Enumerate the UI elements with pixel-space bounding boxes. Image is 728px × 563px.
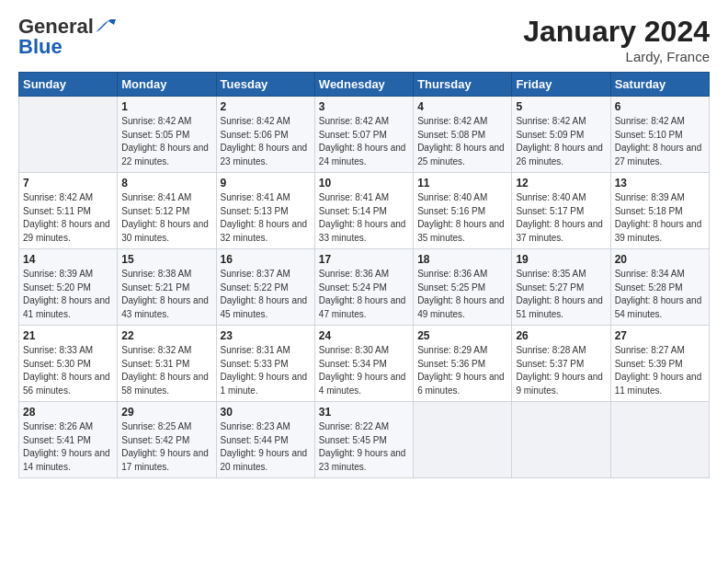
daylight-text: Daylight: 8 hours and 24 minutes. (319, 143, 406, 167)
table-row: 4Sunrise: 8:42 AMSunset: 5:08 PMDaylight… (414, 97, 512, 173)
sunrise-text: Sunrise: 8:39 AM (23, 269, 93, 279)
title-block: January 2024 Lardy, France (523, 15, 710, 64)
day-info: Sunrise: 8:41 AMSunset: 5:12 PMDaylight:… (121, 191, 211, 245)
day-number: 27 (615, 329, 705, 342)
day-number: 9 (221, 177, 311, 190)
table-row: 29Sunrise: 8:25 AMSunset: 5:42 PMDayligh… (118, 402, 216, 478)
sunset-text: Sunset: 5:08 PM (417, 130, 485, 140)
day-info: Sunrise: 8:30 AMSunset: 5:34 PMDaylight:… (319, 344, 409, 397)
day-info: Sunrise: 8:26 AMSunset: 5:41 PMDaylight:… (23, 420, 113, 474)
calendar-page: General Blue January 2024 Lardy, France … (0, 0, 728, 563)
day-number: 23 (221, 329, 311, 342)
sunrise-text: Sunrise: 8:42 AM (615, 116, 685, 126)
sunrise-text: Sunrise: 8:33 AM (23, 345, 93, 355)
day-number: 12 (516, 177, 606, 190)
table-row: 28Sunrise: 8:26 AMSunset: 5:41 PMDayligh… (19, 402, 118, 478)
header: General Blue January 2024 Lardy, France (18, 15, 710, 64)
sunset-text: Sunset: 5:06 PM (221, 130, 289, 140)
svg-marker-0 (96, 19, 116, 32)
sunset-text: Sunset: 5:36 PM (417, 359, 485, 369)
day-number: 31 (319, 406, 409, 419)
sunrise-text: Sunrise: 8:29 AM (417, 345, 487, 355)
sunrise-text: Sunrise: 8:28 AM (516, 345, 586, 355)
table-row: 31Sunrise: 8:22 AMSunset: 5:45 PMDayligh… (314, 402, 413, 478)
table-row: 22Sunrise: 8:32 AMSunset: 5:31 PMDayligh… (118, 326, 216, 402)
day-info: Sunrise: 8:40 AMSunset: 5:17 PMDaylight:… (516, 191, 606, 245)
table-row: 10Sunrise: 8:41 AMSunset: 5:14 PMDayligh… (314, 173, 413, 249)
daylight-text: Daylight: 9 hours and 6 minutes. (417, 372, 505, 396)
sunrise-text: Sunrise: 8:22 AM (319, 421, 389, 431)
sunset-text: Sunset: 5:42 PM (121, 435, 189, 445)
sunset-text: Sunset: 5:41 PM (23, 435, 91, 445)
location-label: Lardy, France (523, 49, 710, 64)
table-row: 6Sunrise: 8:42 AMSunset: 5:10 PMDaylight… (610, 97, 709, 173)
day-number: 3 (319, 100, 409, 113)
day-info: Sunrise: 8:25 AMSunset: 5:42 PMDaylight:… (121, 420, 211, 474)
daylight-text: Daylight: 9 hours and 23 minutes. (319, 448, 406, 472)
col-monday: Monday (118, 73, 216, 97)
daylight-text: Daylight: 8 hours and 25 minutes. (417, 143, 505, 167)
sunset-text: Sunset: 5:14 PM (319, 206, 387, 216)
sunset-text: Sunset: 5:34 PM (319, 359, 387, 369)
sunrise-text: Sunrise: 8:25 AM (121, 421, 191, 431)
day-info: Sunrise: 8:31 AMSunset: 5:33 PMDaylight:… (221, 344, 311, 397)
table-row: 12Sunrise: 8:40 AMSunset: 5:17 PMDayligh… (512, 173, 610, 249)
daylight-text: Daylight: 9 hours and 20 minutes. (221, 448, 308, 472)
daylight-text: Daylight: 8 hours and 33 minutes. (319, 219, 406, 243)
day-number: 26 (516, 329, 606, 342)
day-info: Sunrise: 8:32 AMSunset: 5:31 PMDaylight:… (121, 344, 211, 397)
table-row: 11Sunrise: 8:40 AMSunset: 5:16 PMDayligh… (414, 173, 512, 249)
calendar-table: Sunday Monday Tuesday Wednesday Thursday… (18, 72, 710, 478)
table-row: 20Sunrise: 8:34 AMSunset: 5:28 PMDayligh… (610, 249, 709, 326)
table-row (610, 402, 709, 478)
sunset-text: Sunset: 5:21 PM (121, 282, 189, 293)
daylight-text: Daylight: 8 hours and 22 minutes. (121, 143, 209, 167)
table-row: 5Sunrise: 8:42 AMSunset: 5:09 PMDaylight… (512, 97, 610, 173)
daylight-text: Daylight: 8 hours and 23 minutes. (221, 143, 308, 167)
col-tuesday: Tuesday (216, 73, 314, 97)
day-number: 5 (516, 100, 606, 113)
day-info: Sunrise: 8:42 AMSunset: 5:09 PMDaylight:… (516, 115, 606, 168)
day-info: Sunrise: 8:42 AMSunset: 5:06 PMDaylight:… (221, 115, 311, 168)
day-number: 10 (319, 177, 409, 190)
day-number: 28 (23, 406, 113, 419)
sunset-text: Sunset: 5:09 PM (516, 130, 584, 140)
col-sunday: Sunday (19, 73, 118, 97)
day-info: Sunrise: 8:42 AMSunset: 5:07 PMDaylight:… (319, 115, 409, 168)
sunrise-text: Sunrise: 8:27 AM (615, 345, 685, 355)
sunrise-text: Sunrise: 8:23 AM (221, 421, 290, 431)
day-info: Sunrise: 8:41 AMSunset: 5:13 PMDaylight:… (221, 191, 311, 245)
daylight-text: Daylight: 9 hours and 4 minutes. (319, 372, 406, 396)
day-info: Sunrise: 8:37 AMSunset: 5:22 PMDaylight:… (221, 268, 311, 321)
sunset-text: Sunset: 5:07 PM (319, 130, 387, 140)
sunset-text: Sunset: 5:45 PM (319, 435, 387, 445)
day-number: 29 (121, 406, 211, 419)
sunrise-text: Sunrise: 8:32 AM (121, 345, 191, 355)
table-row (414, 402, 512, 478)
table-row: 14Sunrise: 8:39 AMSunset: 5:20 PMDayligh… (19, 249, 118, 326)
daylight-text: Daylight: 8 hours and 30 minutes. (121, 219, 209, 243)
sunset-text: Sunset: 5:39 PM (615, 359, 683, 369)
col-wednesday: Wednesday (314, 73, 413, 97)
day-info: Sunrise: 8:27 AMSunset: 5:39 PMDaylight:… (615, 344, 705, 397)
daylight-text: Daylight: 8 hours and 49 minutes. (417, 295, 505, 319)
day-info: Sunrise: 8:33 AMSunset: 5:30 PMDaylight:… (23, 344, 113, 397)
logo: General Blue (18, 15, 116, 59)
day-info: Sunrise: 8:22 AMSunset: 5:45 PMDaylight:… (319, 420, 409, 474)
day-number: 20 (615, 253, 705, 266)
sunrise-text: Sunrise: 8:42 AM (516, 116, 586, 126)
day-number: 17 (319, 253, 409, 266)
day-number: 7 (23, 177, 113, 190)
table-row: 3Sunrise: 8:42 AMSunset: 5:07 PMDaylight… (314, 97, 413, 173)
sunrise-text: Sunrise: 8:40 AM (417, 192, 487, 202)
sunset-text: Sunset: 5:16 PM (417, 206, 485, 216)
page-title: January 2024 (523, 15, 710, 49)
day-info: Sunrise: 8:38 AMSunset: 5:21 PMDaylight:… (121, 268, 211, 321)
sunset-text: Sunset: 5:17 PM (516, 206, 584, 216)
day-number: 25 (417, 329, 507, 342)
table-row: 21Sunrise: 8:33 AMSunset: 5:30 PMDayligh… (19, 326, 118, 402)
day-number: 19 (516, 253, 606, 266)
week-row-1: 7Sunrise: 8:42 AMSunset: 5:11 PMDaylight… (19, 173, 710, 249)
table-row: 26Sunrise: 8:28 AMSunset: 5:37 PMDayligh… (512, 326, 610, 402)
sunrise-text: Sunrise: 8:31 AM (221, 345, 290, 355)
